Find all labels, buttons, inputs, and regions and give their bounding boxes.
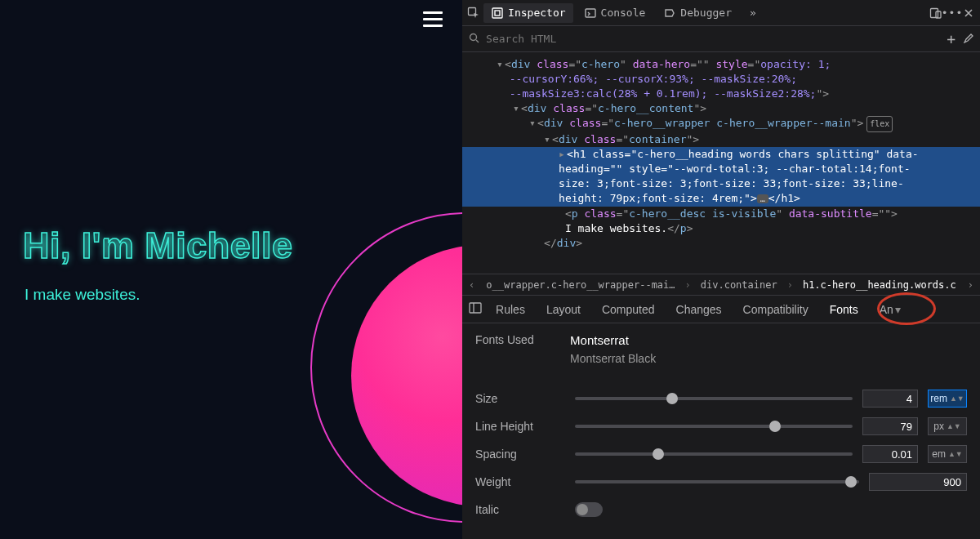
subtab-animations[interactable]: An [869, 297, 895, 322]
tabs-overflow[interactable]: » [742, 3, 764, 22]
tab-inspector-label: Inspector [508, 7, 565, 19]
spacing-input[interactable] [862, 445, 918, 463]
spacing-label: Spacing [475, 448, 565, 461]
svg-point-6 [470, 33, 477, 40]
size-input[interactable] [862, 390, 918, 408]
eyedropper-icon[interactable] [962, 32, 973, 46]
chevron-right-icon[interactable]: › [964, 279, 977, 291]
size-slider[interactable] [575, 397, 853, 400]
debugger-icon [663, 7, 676, 20]
devtools-toolbar: Inspector Console Debugger » ••• [462, 0, 980, 26]
fonts-used-label: Fonts Used [475, 333, 547, 365]
font-family-value: Montserrat [570, 333, 656, 347]
subtab-compatibility[interactable]: Compatibility [733, 297, 819, 322]
size-unit-select[interactable]: rem▲▼ [928, 390, 967, 408]
weight-input[interactable] [869, 473, 967, 491]
line-height-input[interactable] [862, 417, 918, 435]
spacing-slider[interactable] [575, 452, 853, 456]
svg-rect-4 [931, 8, 938, 17]
hero-heading: Hi, I'm Michelle [23, 225, 292, 267]
markup-tree[interactable]: ▾<div class="c-hero" data-hero="" style=… [462, 52, 980, 274]
inspector-icon [491, 7, 504, 20]
line-height-slider[interactable] [575, 425, 853, 428]
close-icon[interactable] [962, 7, 975, 20]
size-label: Size [475, 392, 565, 405]
subtab-computed[interactable]: Computed [591, 297, 666, 322]
subtab-layout[interactable]: Layout [536, 297, 591, 322]
kebab-menu-icon[interactable]: ••• [946, 7, 959, 20]
line-height-unit-select[interactable]: px▲▼ [928, 417, 967, 435]
breadcrumb-item[interactable]: o__wrapper.c-hero__wrapper--mai… [481, 278, 679, 292]
italic-label: Italic [475, 503, 565, 516]
spacing-row: Spacing em▲▼ [475, 440, 967, 468]
svg-rect-3 [586, 9, 595, 17]
chevron-left-icon[interactable]: ‹ [466, 279, 478, 291]
subtab-fonts[interactable]: Fonts [819, 297, 869, 322]
chevron-double-right-icon: » [750, 7, 756, 19]
hamburger-menu-button[interactable] [423, 11, 443, 27]
dropdown-caret-icon[interactable]: ▾ [895, 303, 901, 316]
weight-label: Weight [475, 475, 565, 488]
tab-debugger[interactable]: Debugger [656, 3, 739, 23]
breadcrumb-item[interactable]: h1.c-hero__heading.words.c [798, 278, 961, 292]
line-height-label: Line Height [475, 420, 565, 433]
rules-tabbar: Rules Layout Computed Changes Compatibil… [462, 296, 980, 323]
font-face-value: Montserrat Black [570, 352, 656, 365]
responsive-design-icon[interactable] [929, 7, 942, 20]
line-height-row: Line Height px▲▼ [475, 412, 967, 440]
hero-desc: I make websites. [24, 286, 140, 304]
font-size-row: Size rem▲▼ [475, 385, 967, 412]
tab-console-label: Console [601, 7, 646, 19]
devtools-panel: Inspector Console Debugger » ••• [462, 0, 980, 539]
weight-row: Weight [475, 468, 967, 496]
italic-toggle[interactable] [575, 502, 603, 517]
tab-inspector[interactable]: Inspector [483, 3, 572, 23]
tab-debugger-label: Debugger [680, 7, 732, 19]
svg-rect-2 [495, 11, 500, 16]
toggle-sidebar-icon[interactable] [466, 302, 485, 316]
subtab-changes[interactable]: Changes [666, 297, 733, 322]
add-node-icon[interactable]: + [947, 30, 956, 47]
breadcrumb-item[interactable]: div.container [696, 278, 782, 292]
weight-slider[interactable] [575, 480, 859, 483]
svg-rect-7 [470, 303, 481, 313]
subtab-rules[interactable]: Rules [485, 297, 536, 322]
markup-search-row: + [462, 26, 980, 52]
breadcrumb[interactable]: ‹ o__wrapper.c-hero__wrapper--mai… div.c… [462, 274, 980, 296]
search-html-input[interactable] [486, 33, 940, 45]
search-icon [469, 33, 479, 46]
console-icon [584, 7, 597, 20]
italic-row: Italic [475, 496, 967, 523]
svg-rect-1 [492, 8, 502, 18]
tab-console[interactable]: Console [577, 3, 653, 23]
element-picker-icon[interactable] [467, 7, 480, 20]
spacing-unit-select[interactable]: em▲▼ [928, 445, 967, 463]
rendered-page: Hi, I'm Michelle I make websites. [0, 0, 462, 539]
fonts-panel: Fonts Used Montserrat Montserrat Black S… [462, 323, 980, 539]
